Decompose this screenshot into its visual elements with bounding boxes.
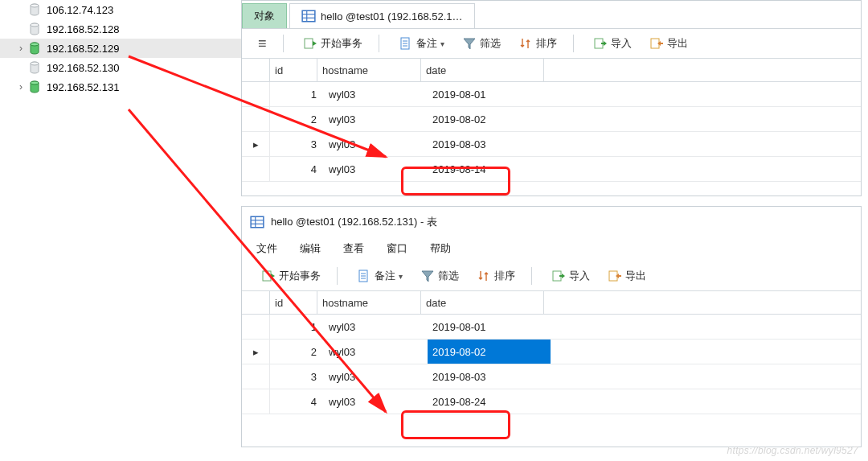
tab-table-label: hello @test01 (192.168.52.1… bbox=[321, 10, 463, 23]
top-panel: 对象 hello @test01 (192.168.52.1… ≡ 开始事务 bbox=[241, 0, 862, 196]
dropdown-icon: ▾ bbox=[399, 272, 403, 281]
cell-id[interactable]: 4 bbox=[270, 389, 324, 414]
sort-icon bbox=[518, 36, 533, 51]
menu-edit[interactable]: 编辑 bbox=[300, 241, 321, 256]
cell-date[interactable]: 2019-08-02 bbox=[428, 340, 551, 364]
begin-tx-icon bbox=[261, 269, 276, 283]
menu-button[interactable]: ≡ bbox=[253, 35, 272, 52]
cell-id[interactable]: 2 bbox=[270, 107, 324, 131]
table-row[interactable]: 2wyl032019-08-02 bbox=[242, 107, 861, 132]
table-row[interactable]: 4wyl032019-08-14 bbox=[242, 157, 861, 182]
svg-point-1 bbox=[31, 23, 39, 27]
export-icon bbox=[608, 269, 622, 283]
database-icon bbox=[27, 80, 42, 93]
row-gutter bbox=[242, 364, 270, 389]
table-row[interactable]: ▸2wyl032019-08-02 bbox=[242, 340, 861, 364]
cell-hostname[interactable]: wyl03 bbox=[324, 107, 428, 131]
cell-id[interactable]: 3 bbox=[270, 364, 324, 389]
cell-date[interactable]: 2019-08-01 bbox=[428, 315, 551, 339]
cell-hostname[interactable]: wyl03 bbox=[324, 389, 428, 414]
col-hostname[interactable]: hostname bbox=[317, 291, 421, 314]
top-toolbar: ≡ 开始事务 备注▾ 筛选 bbox=[242, 29, 861, 59]
bottom-panel: hello @test01 (192.168.52.131) - 表 文件 编辑… bbox=[241, 206, 862, 447]
table-row[interactable]: 1wyl032019-08-01 bbox=[242, 82, 861, 107]
svg-marker-23 bbox=[271, 274, 275, 278]
svg-point-0 bbox=[31, 4, 39, 7]
table-icon bbox=[301, 9, 316, 23]
bottom-title-bar: hello @test01 (192.168.52.131) - 表 bbox=[242, 207, 861, 236]
menu-window[interactable]: 窗口 bbox=[387, 241, 407, 256]
cell-id[interactable]: 2 bbox=[270, 340, 324, 364]
svg-point-4 bbox=[31, 81, 39, 84]
expand-icon[interactable]: › bbox=[16, 81, 26, 93]
cell-hostname[interactable]: wyl03 bbox=[324, 364, 428, 389]
connection-tree[interactable]: 106.12.74.123192.168.52.128›192.168.52.1… bbox=[0, 0, 241, 193]
tree-item-0[interactable]: 106.12.74.123 bbox=[0, 0, 241, 19]
cell-id[interactable]: 1 bbox=[270, 82, 324, 106]
tab-objects[interactable]: 对象 bbox=[242, 3, 287, 28]
tab-bar: 对象 hello @test01 (192.168.52.1… bbox=[242, 1, 861, 29]
cell-date[interactable]: 2019-08-02 bbox=[428, 107, 551, 131]
col-date[interactable]: date bbox=[421, 291, 544, 314]
bottom-rows: 1wyl032019-08-01▸2wyl032019-08-023wyl032… bbox=[242, 315, 861, 414]
svg-marker-15 bbox=[464, 39, 475, 49]
cell-date[interactable]: 2019-08-03 bbox=[428, 132, 551, 156]
svg-marker-28 bbox=[422, 271, 433, 282]
table-row[interactable]: 3wyl032019-08-03 bbox=[242, 364, 861, 389]
menu-view[interactable]: 查看 bbox=[343, 241, 364, 256]
sort-button[interactable]: 排序 bbox=[510, 32, 562, 55]
col-id[interactable]: id bbox=[270, 59, 317, 81]
tree-item-1[interactable]: 192.168.52.128 bbox=[0, 19, 241, 39]
tree-item-label: 106.12.74.123 bbox=[47, 4, 113, 16]
cell-id[interactable]: 4 bbox=[270, 157, 324, 181]
bottom-title: hello @test01 (192.168.52.131) - 表 bbox=[271, 215, 437, 229]
import-button[interactable]: 导入 bbox=[585, 32, 637, 55]
svg-rect-9 bbox=[305, 39, 313, 48]
cell-hostname[interactable]: wyl03 bbox=[324, 315, 428, 339]
cell-hostname[interactable]: wyl03 bbox=[324, 340, 428, 364]
notes-button[interactable]: 备注▾ bbox=[391, 32, 449, 55]
table-row[interactable]: 1wyl032019-08-01 bbox=[242, 315, 861, 340]
cell-date[interactable]: 2019-08-14 bbox=[428, 157, 551, 181]
tab-table[interactable]: hello @test01 (192.168.52.1… bbox=[289, 3, 475, 28]
tree-item-3[interactable]: 192.168.52.130 bbox=[0, 58, 241, 77]
table-row[interactable]: ▸3wyl032019-08-03 bbox=[242, 132, 861, 157]
export-button[interactable]: 导出 bbox=[600, 265, 651, 287]
expand-icon[interactable]: › bbox=[16, 43, 26, 54]
svg-rect-18 bbox=[251, 216, 264, 228]
cell-hostname[interactable]: wyl03 bbox=[324, 132, 428, 156]
begin-tx-button[interactable]: 开始事务 bbox=[295, 32, 367, 55]
cell-date[interactable]: 2019-08-01 bbox=[428, 82, 551, 106]
cell-hostname[interactable]: wyl03 bbox=[324, 157, 428, 181]
col-hostname[interactable]: hostname bbox=[317, 59, 421, 81]
col-id[interactable]: id bbox=[270, 291, 317, 314]
sort-button[interactable]: 排序 bbox=[469, 265, 520, 287]
filter-button[interactable]: 筛选 bbox=[412, 265, 464, 287]
tree-item-label: 192.168.52.129 bbox=[47, 43, 119, 55]
svg-rect-5 bbox=[302, 10, 315, 22]
row-gutter bbox=[242, 389, 270, 414]
cell-id[interactable]: 1 bbox=[270, 315, 324, 339]
filter-button[interactable]: 筛选 bbox=[454, 32, 506, 55]
export-button[interactable]: 导出 bbox=[641, 32, 693, 55]
menu-file[interactable]: 文件 bbox=[256, 241, 277, 256]
tree-item-label: 192.168.52.130 bbox=[47, 62, 119, 74]
import-button[interactable]: 导入 bbox=[543, 265, 595, 287]
row-gutter: ▸ bbox=[242, 340, 270, 364]
import-icon bbox=[593, 36, 608, 51]
table-icon bbox=[250, 215, 264, 229]
table-row[interactable]: 4wyl032019-08-24 bbox=[242, 389, 861, 414]
funnel-icon bbox=[462, 36, 477, 51]
cell-id[interactable]: 3 bbox=[270, 132, 324, 156]
notes-icon bbox=[357, 269, 371, 283]
menu-help[interactable]: 帮助 bbox=[430, 241, 451, 256]
cell-date[interactable]: 2019-08-03 bbox=[428, 364, 551, 389]
import-icon bbox=[551, 269, 566, 283]
col-date[interactable]: date bbox=[421, 59, 544, 81]
cell-hostname[interactable]: wyl03 bbox=[324, 82, 428, 106]
cell-date[interactable]: 2019-08-24 bbox=[428, 389, 551, 414]
notes-button[interactable]: 备注▾ bbox=[349, 265, 407, 287]
tree-item-2[interactable]: ›192.168.52.129 bbox=[0, 39, 241, 58]
tree-item-4[interactable]: ›192.168.52.131 bbox=[0, 77, 241, 97]
begin-tx-button[interactable]: 开始事务 bbox=[253, 265, 326, 287]
